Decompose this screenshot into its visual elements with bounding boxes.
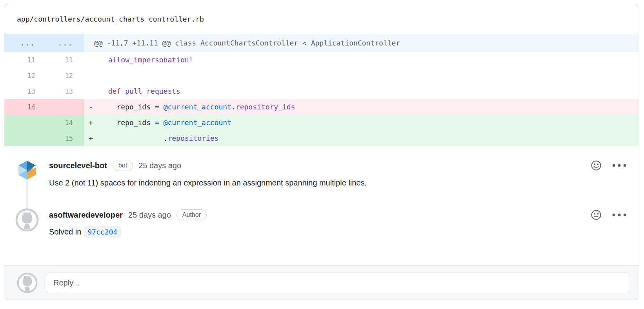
code-line: + repo_ids = @current_account: [84, 115, 639, 131]
bot-badge: bot: [113, 160, 133, 171]
code-token: [121, 87, 125, 95]
diff-marker: -: [89, 99, 100, 115]
comment-actions: [590, 207, 628, 222]
user-avatar[interactable]: [15, 208, 39, 232]
comment-body: Use 2 (not 11) spaces for indenting an e…: [49, 178, 367, 187]
comment-body: Solved in 97cc204: [49, 226, 121, 238]
code-token: repositories: [167, 134, 218, 142]
code-token: [100, 87, 108, 95]
comment-header: sourcelevel-bot bot 25 days ago: [49, 158, 181, 173]
hunk-header: @@ -11,7 +11,11 @@ class AccountChartsCo…: [84, 34, 639, 52]
reply-input[interactable]: [46, 273, 630, 293]
diff-table: ... ... @@ -11,7 +11,11 @@ class Account…: [4, 34, 639, 146]
code-token: repository_ids: [236, 103, 295, 111]
code-token: repo_ids: [100, 103, 155, 111]
comment-thread: sourcelevel-bot bot 25 days ago: [4, 146, 639, 266]
code-line: def pull_requests: [84, 84, 639, 99]
comment-author-link[interactable]: sourcelevel-bot: [49, 161, 107, 170]
smiley-icon[interactable]: [590, 209, 602, 221]
code-token: = @current_account: [155, 103, 231, 111]
code-token: = @current_account: [155, 118, 231, 127]
author-badge: Author: [176, 209, 207, 220]
expand-new-button[interactable]: ...: [44, 34, 84, 52]
code-token: .: [100, 134, 167, 142]
comment-actions: [590, 158, 628, 173]
file-path: app/controllers/account_charts_controlle…: [17, 15, 204, 23]
code-line: + .repositories: [84, 131, 639, 146]
diff-row-added: 14 + repo_ids = @current_account: [4, 115, 639, 131]
hunk-row: ... ... @@ -11,7 +11,11 @@ class Account…: [4, 34, 639, 52]
line-number-new[interactable]: 11: [44, 52, 84, 68]
code-token: repo_ids: [100, 118, 155, 127]
diff-row-deleted: 14 - repo_ids = @current_account.reposit…: [4, 99, 639, 115]
line-number-new[interactable]: 15: [44, 131, 84, 146]
line-number-new[interactable]: 14: [44, 115, 84, 131]
comment-timestamp[interactable]: 25 days ago: [138, 161, 181, 170]
code-line: [84, 68, 639, 84]
review-thread-card: app/controllers/account_charts_controlle…: [4, 4, 639, 300]
octocat-avatar-icon: [15, 208, 39, 232]
file-header: app/controllers/account_charts_controlle…: [4, 4, 639, 34]
diff-row: 13 13 def pull_requests: [4, 84, 639, 99]
code-line: - repo_ids = @current_account.repository…: [84, 99, 639, 115]
comment-header: asoftwaredeveloper 25 days ago Author: [49, 207, 207, 222]
comment-author-link[interactable]: asoftwaredeveloper: [49, 211, 123, 220]
kebab-icon[interactable]: [611, 209, 628, 221]
code-token: .: [231, 103, 236, 111]
octocat-avatar-icon: [17, 273, 38, 293]
commit-link[interactable]: 97cc204: [84, 226, 121, 238]
diff-row-added: 15 + .repositories: [4, 131, 639, 146]
comment-timestamp[interactable]: 25 days ago: [128, 211, 171, 220]
kebab-icon[interactable]: [611, 160, 628, 171]
reply-bar: [4, 265, 639, 300]
line-number-old[interactable]: [4, 131, 44, 146]
line-number-new[interactable]: 12: [44, 68, 84, 84]
line-number-old[interactable]: 13: [4, 84, 44, 99]
line-number-new[interactable]: [44, 99, 84, 115]
sourcelevel-logo-icon: [16, 159, 38, 181]
code-token: def: [108, 87, 121, 95]
smiley-icon[interactable]: [590, 160, 602, 171]
expand-old-button[interactable]: ...: [4, 34, 44, 52]
code-token: pull_requests: [125, 87, 180, 95]
diff-row: 11 11 allow_impersonation!: [4, 52, 639, 68]
hunk-gutter: ... ...: [4, 34, 84, 52]
line-number-old[interactable]: 14: [4, 99, 44, 115]
line-number-old[interactable]: [4, 115, 44, 131]
line-number-old[interactable]: 12: [4, 68, 44, 84]
diff-marker: +: [89, 131, 100, 146]
diff-row: 12 12: [4, 68, 639, 84]
code-line: allow_impersonation!: [84, 52, 639, 68]
comment-body-text: Solved in: [49, 227, 81, 236]
reply-avatar: [17, 273, 38, 293]
diff-marker: +: [89, 115, 100, 131]
line-number-old[interactable]: 11: [4, 52, 44, 68]
bot-avatar[interactable]: [16, 159, 38, 181]
line-number-new[interactable]: 13: [44, 84, 84, 99]
code-token: allow_impersonation!: [100, 56, 193, 64]
